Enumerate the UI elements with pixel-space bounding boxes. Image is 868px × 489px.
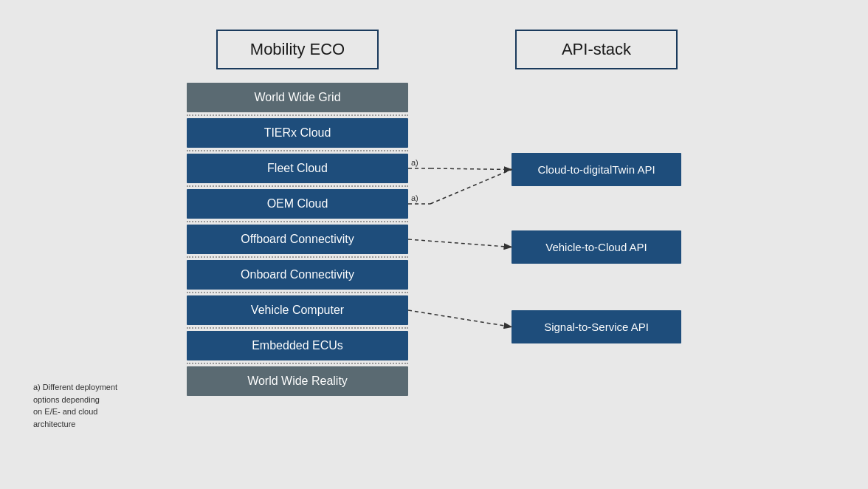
api-stack-header: API-stack bbox=[515, 30, 678, 69]
sep-5 bbox=[187, 292, 408, 293]
sep-1 bbox=[187, 150, 408, 151]
column-right: API-stack Cloud-to-digitalTwin API Vehic… bbox=[504, 30, 689, 343]
sep-0 bbox=[187, 114, 408, 116]
column-left: Mobility ECO World Wide Grid TIERx Cloud… bbox=[179, 30, 416, 396]
sep-7 bbox=[187, 363, 408, 364]
oem-cloud-box: OEM Cloud bbox=[187, 189, 408, 219]
cloud-to-digital-twin-box: Cloud-to-digitalTwin API bbox=[512, 153, 681, 186]
signal-to-service-box: Signal-to-Service API bbox=[512, 310, 681, 343]
sep-2 bbox=[187, 185, 408, 187]
mobility-eco-header: Mobility ECO bbox=[216, 30, 379, 69]
diagram: Mobility ECO World Wide Grid TIERx Cloud… bbox=[179, 30, 689, 396]
sep-3 bbox=[187, 221, 408, 222]
embedded-ecus-box: Embedded ECUs bbox=[187, 331, 408, 360]
fleet-cloud-box: Fleet Cloud bbox=[187, 154, 408, 183]
world-wide-grid-box: World Wide Grid bbox=[187, 83, 408, 112]
onboard-connectivity-box: Onboard Connectivity bbox=[187, 260, 408, 290]
world-wide-reality-box: World Wide Reality bbox=[187, 366, 408, 396]
offboard-connectivity-box: Offboard Connectivity bbox=[187, 225, 408, 254]
footnote: a) Different deploymentoptions depending… bbox=[33, 381, 117, 430]
tierx-cloud-box: TIERx Cloud bbox=[187, 118, 408, 148]
vehicle-to-cloud-box: Vehicle-to-Cloud API bbox=[512, 230, 681, 264]
sep-6 bbox=[187, 327, 408, 329]
vehicle-computer-box: Vehicle Computer bbox=[187, 295, 408, 325]
main-container: a) Different deploymentoptions depending… bbox=[0, 0, 868, 489]
footnote-text: a) Different deploymentoptions depending… bbox=[33, 383, 117, 428]
sep-4 bbox=[187, 256, 408, 258]
